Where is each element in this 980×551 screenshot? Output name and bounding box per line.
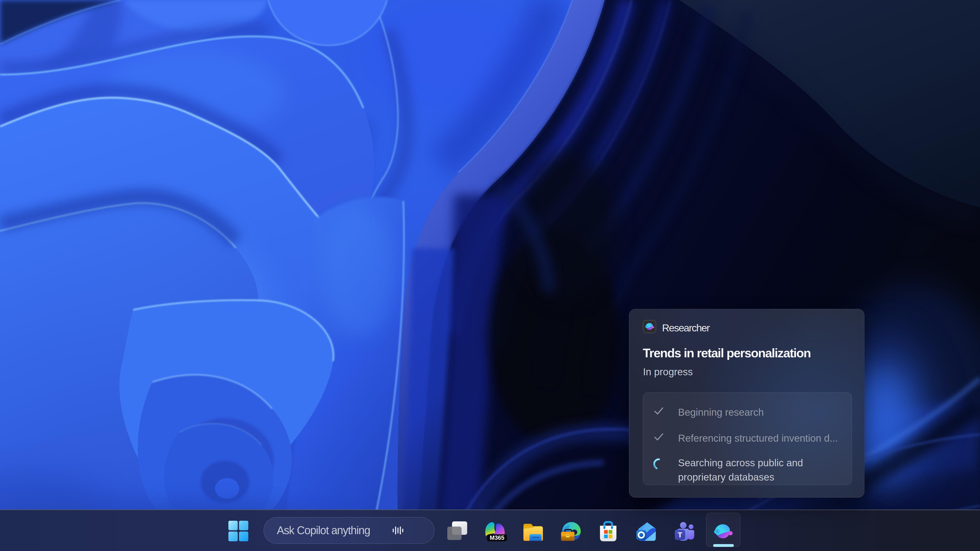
svg-text:T: T [678, 531, 682, 539]
svg-text:M365: M365 [490, 535, 504, 541]
